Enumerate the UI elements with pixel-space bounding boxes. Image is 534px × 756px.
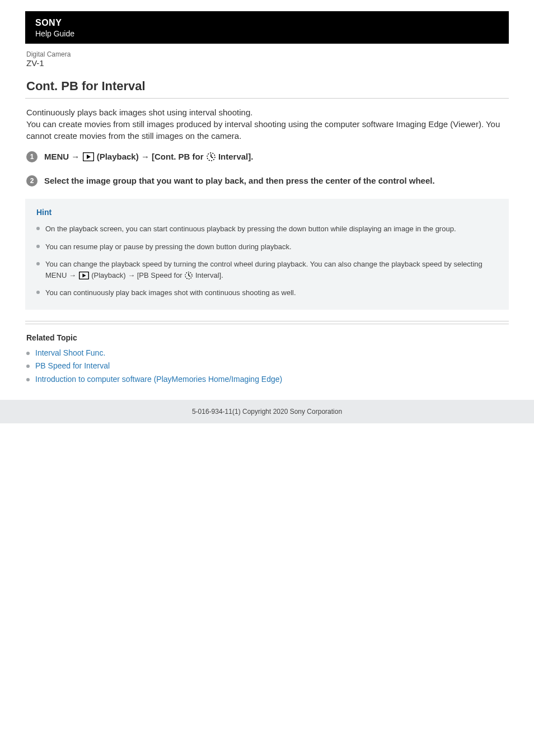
help-guide-label: Help Guide — [35, 29, 499, 38]
playback-icon — [83, 152, 94, 161]
svg-marker-6 — [82, 273, 86, 277]
header-bar: SONY Help Guide — [25, 11, 509, 44]
hint-box: Hint On the playback screen, you can sta… — [25, 199, 509, 310]
step-1-prefix: MENU → — [44, 152, 82, 161]
step-1-suffix: Interval]. — [218, 152, 254, 161]
hint-title: Hint — [36, 208, 498, 217]
product-model: ZV-1 — [25, 58, 509, 68]
related-title: Related Topic — [25, 333, 509, 342]
footer-copyright: 5-016-934-11(1) Copyright 2020 Sony Corp… — [0, 400, 534, 423]
step-1-text: MENU → (Playback) → [Cont. PB for Interv… — [44, 151, 253, 162]
hint-item-3: You can change the playback speed by tur… — [36, 259, 498, 281]
hint-item-3-mid: (Playback) → [PB Speed for — [91, 271, 184, 279]
related-list: Interval Shoot Func. PB Speed for Interv… — [25, 347, 509, 386]
step-badge-1: 1 — [26, 151, 38, 162]
related-item-3: Introduction to computer software (PlayM… — [26, 373, 508, 386]
hint-list: On the playback screen, you can start co… — [36, 223, 498, 298]
divider — [25, 98, 509, 99]
interval-icon — [207, 152, 216, 161]
interval-icon — [185, 272, 193, 279]
related-link-2[interactable]: PB Speed for Interval — [35, 361, 110, 370]
playback-icon — [79, 272, 89, 279]
related-item-1: Interval Shoot Func. — [26, 347, 508, 360]
step-2: 2 Select the image group that you want t… — [25, 175, 509, 186]
hint-item-4: You can continuously play back images sh… — [36, 287, 498, 298]
intro-line1: Continuously plays back images shot usin… — [26, 108, 252, 117]
svg-line-4 — [211, 157, 213, 158]
brand-logo: SONY — [35, 18, 499, 28]
divider — [25, 321, 509, 321]
step-2-text: Select the image group that you want to … — [44, 175, 435, 186]
svg-line-9 — [189, 276, 190, 277]
hint-item-3-post: Interval]. — [195, 271, 223, 279]
divider — [25, 324, 509, 324]
product-category: Digital Camera — [25, 50, 509, 58]
step-1-mid: (Playback) → [Cont. PB for — [97, 152, 206, 161]
hint-item-1: On the playback screen, you can start co… — [36, 223, 498, 235]
hint-item-2: You can resume play or pause by pressing… — [36, 241, 498, 253]
related-link-3[interactable]: Introduction to computer software (PlayM… — [35, 375, 282, 384]
intro-line2: You can create movies from still images … — [26, 119, 500, 141]
related-link-1[interactable]: Interval Shoot Func. — [35, 348, 105, 357]
page-title: Cont. PB for Interval — [25, 79, 509, 94]
step-1: 1 MENU → (Playback) → [Cont. PB for Inte… — [25, 151, 509, 162]
intro-text: Continuously plays back images shot usin… — [25, 106, 509, 142]
step-badge-2: 2 — [26, 175, 38, 186]
svg-marker-1 — [87, 155, 91, 159]
related-item-2: PB Speed for Interval — [26, 360, 508, 373]
